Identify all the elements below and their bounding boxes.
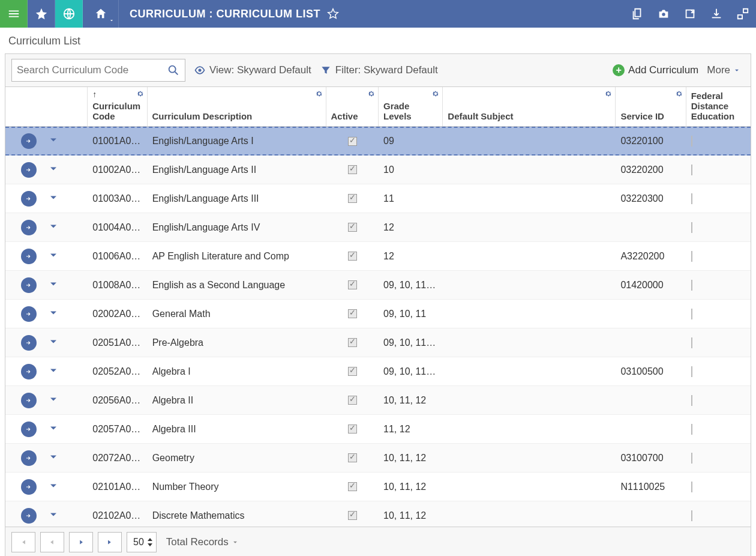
row-expand-button[interactable] xyxy=(47,307,59,321)
dock-button[interactable] xyxy=(730,0,756,28)
search-icon[interactable] xyxy=(167,64,180,77)
row-expand-button[interactable] xyxy=(47,480,59,494)
cell-desc: Geometry xyxy=(148,453,326,464)
gear-icon[interactable] xyxy=(675,89,683,100)
row-expand-button[interactable] xyxy=(47,278,59,292)
table-row[interactable]: 02056A0… Algebra II 10, 11, 12 xyxy=(5,386,751,415)
gear-icon[interactable] xyxy=(315,89,323,100)
gear-icon[interactable] xyxy=(431,89,440,100)
table-row[interactable]: 01006A0… AP English Literature and Comp … xyxy=(5,242,751,271)
th-active[interactable]: Active xyxy=(326,87,379,126)
checkbox-icon xyxy=(691,424,692,435)
row-expand-button[interactable] xyxy=(47,192,59,206)
row-expand-button[interactable] xyxy=(47,249,59,264)
star-outline-icon[interactable] xyxy=(326,7,340,20)
table-row[interactable]: 02102A0… Discrete Mathematics 10, 11, 12 xyxy=(5,501,751,527)
row-open-button[interactable] xyxy=(21,393,37,408)
table-row[interactable]: 02002A0… General Math 09, 10, 11 xyxy=(5,300,751,328)
cell-service: N1110025 xyxy=(616,482,686,492)
camera-button[interactable] xyxy=(650,0,677,28)
filter-label: Filter: Skyward Default xyxy=(335,64,438,76)
table-row[interactable]: 01001A0… English/Language Arts I 09 0322… xyxy=(5,127,751,156)
checkbox-icon xyxy=(348,252,357,261)
cell-code: 01001A0… xyxy=(88,136,147,147)
row-open-button[interactable] xyxy=(21,508,37,524)
download-button[interactable] xyxy=(703,0,730,28)
page-first-button[interactable] xyxy=(11,532,35,552)
cell-desc: General Math xyxy=(148,309,326,319)
row-open-button[interactable] xyxy=(21,422,37,437)
th-grade[interactable]: Grade Levels xyxy=(379,87,443,126)
table-row[interactable]: 01003A0… English/Language Arts III 11 03… xyxy=(5,184,751,213)
table-row[interactable]: 02072A0… Geometry 10, 11, 12 03100700 xyxy=(5,444,751,473)
gear-icon[interactable] xyxy=(367,89,376,100)
row-open-button[interactable] xyxy=(21,162,37,178)
cell-grade: 11 xyxy=(379,193,443,204)
table-row[interactable]: 02101A0… Number Theory 10, 11, 12 N11100… xyxy=(5,473,751,501)
table-row[interactable]: 02051A0… Pre-Algebra 09, 10, 11,… xyxy=(5,328,751,357)
row-open-button[interactable] xyxy=(21,479,37,495)
checkbox-icon xyxy=(691,366,692,377)
th-service[interactable]: Service ID xyxy=(616,87,686,126)
gear-icon[interactable] xyxy=(136,89,145,100)
gear-icon[interactable] xyxy=(604,89,613,100)
row-expand-button[interactable] xyxy=(47,509,59,523)
menu-button[interactable] xyxy=(0,0,28,28)
th-code[interactable]: ↑ Curriculum Code xyxy=(88,87,147,126)
next-icon xyxy=(77,538,85,546)
row-open-button[interactable] xyxy=(21,249,37,264)
page-next-button[interactable] xyxy=(69,532,93,552)
th-federal[interactable]: Federal Distance Education xyxy=(686,87,751,126)
row-expand-button[interactable] xyxy=(47,134,59,148)
home-button[interactable] xyxy=(83,0,119,28)
table-row[interactable]: 01004A0… English/Language Arts IV 12 xyxy=(5,213,751,242)
row-open-button[interactable] xyxy=(21,220,37,235)
grid-toolbar: View: Skyward Default Filter: Skyward De… xyxy=(5,54,751,86)
row-open-button[interactable] xyxy=(21,191,37,207)
globe-button[interactable] xyxy=(55,0,83,28)
favorites-button[interactable] xyxy=(28,0,55,28)
download-icon xyxy=(710,7,723,20)
cell-active xyxy=(326,309,379,318)
cell-federal xyxy=(686,136,751,147)
add-curriculum-button[interactable]: + Add Curriculum xyxy=(613,64,698,76)
th-subject[interactable]: Default Subject xyxy=(443,87,616,126)
page-last-button[interactable] xyxy=(98,532,122,552)
filter-selector[interactable]: Filter: Skyward Default xyxy=(320,64,438,76)
row-expand-button[interactable] xyxy=(47,163,59,177)
cell-desc: Pre-Algebra xyxy=(148,337,326,348)
row-expand-button[interactable] xyxy=(47,451,59,465)
row-expand-button[interactable] xyxy=(47,364,59,379)
cell-active xyxy=(326,137,379,146)
more-button[interactable]: More xyxy=(707,64,741,76)
search-input-wrap[interactable] xyxy=(11,59,185,82)
total-records[interactable]: Total Records xyxy=(166,536,239,548)
row-expand-button[interactable] xyxy=(47,393,59,408)
th-desc[interactable]: Curriculum Description xyxy=(148,87,326,126)
row-expand-button[interactable] xyxy=(47,336,59,350)
cell-grade: 12 xyxy=(379,251,443,262)
row-open-button[interactable] xyxy=(21,364,37,379)
cell-grade: 11, 12 xyxy=(379,424,443,435)
row-expand-button[interactable] xyxy=(47,422,59,437)
row-open-button[interactable] xyxy=(21,277,37,293)
row-open-button[interactable] xyxy=(21,306,37,322)
row-open-button[interactable] xyxy=(21,450,37,466)
page-prev-button[interactable] xyxy=(40,532,64,552)
cell-federal xyxy=(686,193,751,204)
copy-button[interactable] xyxy=(624,0,650,28)
table-row[interactable]: 02057A0… Algebra III 11, 12 xyxy=(5,415,751,444)
view-selector[interactable]: View: Skyward Default xyxy=(194,64,311,76)
search-input[interactable] xyxy=(17,64,167,76)
page-size-select[interactable]: 50 xyxy=(127,532,157,552)
table-row[interactable]: 02052A0… Algebra I 09, 10, 11,… 03100500 xyxy=(5,357,751,386)
popout-button[interactable] xyxy=(677,0,703,28)
cell-code: 02101A0… xyxy=(88,482,147,492)
row-expand-button[interactable] xyxy=(47,220,59,235)
row-open-button[interactable] xyxy=(21,133,37,149)
table-row[interactable]: 01008A0… English as a Second Language 09… xyxy=(5,271,751,300)
filter-icon xyxy=(320,64,332,76)
home-icon xyxy=(94,7,107,20)
table-row[interactable]: 01002A0… English/Language Arts II 10 032… xyxy=(5,156,751,184)
row-open-button[interactable] xyxy=(21,335,37,351)
